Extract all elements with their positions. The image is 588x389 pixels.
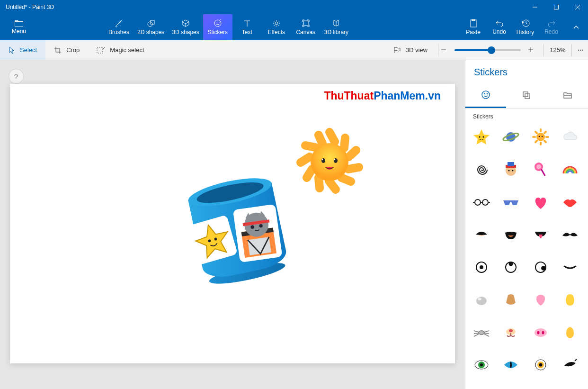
sticker-heart[interactable] (528, 190, 553, 215)
sticker-planet[interactable] (499, 125, 523, 149)
svg-point-48 (480, 266, 483, 269)
zoom-slider[interactable] (454, 49, 521, 51)
tab-3d-shapes[interactable]: 3D shapes (168, 14, 203, 40)
tab-effects[interactable]: Effects (262, 14, 291, 40)
sticker-snout[interactable] (499, 320, 523, 345)
svg-point-13 (334, 158, 338, 163)
select-tool[interactable]: Select (0, 40, 45, 60)
expand-panel-button[interactable] (564, 14, 588, 40)
sticker-lash[interactable] (558, 255, 582, 280)
sticker-nose-pink[interactable] (528, 288, 553, 312)
stickers-panel: Stickers Stickers (465, 60, 588, 389)
svg-point-41 (512, 170, 514, 171)
sticker-mustache[interactable] (558, 222, 582, 247)
sticker-whiskers[interactable] (469, 320, 494, 345)
blue-cylinder[interactable] (176, 164, 299, 288)
sticker-rainbow[interactable] (558, 157, 582, 182)
maximize-button[interactable] (545, 0, 567, 14)
sticker-grid (465, 122, 588, 389)
sticker-eye-green[interactable] (469, 353, 494, 377)
sticker-sun-smile[interactable] (528, 125, 553, 149)
stickers-icon (214, 19, 222, 27)
svg-point-59 (537, 331, 539, 334)
svg-rect-7 (471, 20, 476, 27)
menu-button[interactable]: Menu (0, 14, 38, 40)
svg-rect-28 (523, 92, 528, 97)
close-button[interactable] (567, 0, 588, 14)
paste-button[interactable]: Paste (460, 14, 486, 40)
svg-point-58 (535, 328, 547, 337)
svg-rect-1 (15, 21, 23, 27)
library-icon (332, 19, 340, 27)
canvas-workspace[interactable]: ? ThuThuatPhanMem.vn (0, 60, 465, 389)
panel-tab-textures[interactable] (506, 82, 547, 108)
help-button[interactable]: ? (9, 69, 24, 84)
canvas-icon (302, 19, 310, 27)
sticker-nose-round[interactable] (469, 288, 494, 312)
sticker-eye-look-up[interactable] (499, 255, 523, 280)
panel-tab-custom[interactable] (547, 82, 588, 108)
svg-point-67 (539, 363, 542, 367)
tab-canvas[interactable]: Canvas (291, 14, 321, 40)
sticker-eye-brown[interactable] (528, 353, 553, 377)
magic-select-tool[interactable]: Magic select (88, 40, 152, 60)
sticker-lollipop[interactable] (528, 157, 553, 182)
sticker-nose-bell[interactable] (558, 320, 582, 345)
shapes-3d-icon (181, 19, 190, 27)
sticker-eye-dot[interactable] (469, 255, 494, 280)
svg-point-31 (483, 136, 484, 138)
sticker-mouth-a[interactable] (469, 222, 494, 247)
sun-sticker[interactable] (294, 127, 365, 198)
magic-select-icon (97, 47, 105, 54)
svg-rect-0 (554, 5, 558, 9)
3d-view-toggle[interactable]: 3D view (385, 40, 436, 60)
zoom-out-button[interactable] (440, 46, 448, 54)
panel-tab-stickers[interactable] (465, 82, 506, 108)
sticker-cloud[interactable] (558, 125, 582, 149)
undo-button[interactable]: Undo (486, 14, 512, 40)
svg-rect-29 (525, 94, 530, 99)
redo-button[interactable]: Redo (538, 14, 564, 40)
history-button[interactable]: History (512, 14, 538, 40)
folder-open-icon (563, 91, 572, 99)
sticker-nose-dog[interactable] (499, 288, 523, 312)
svg-point-52 (542, 266, 545, 270)
texture-icon (522, 90, 531, 100)
sticker-tongue[interactable] (528, 222, 553, 247)
sticker-nose-yellow[interactable] (558, 288, 582, 312)
sticker-glasses[interactable] (469, 190, 494, 215)
zoom-in-button[interactable] (527, 46, 535, 54)
sticker-face-hat[interactable] (499, 157, 523, 182)
sticker-sunglasses[interactable] (499, 190, 523, 215)
zoom-percent[interactable]: 125% (546, 46, 570, 54)
tab-3d-library[interactable]: 3D library (321, 14, 352, 40)
crop-tool[interactable]: Crop (45, 40, 88, 60)
tab-brushes[interactable]: Brushes (104, 14, 134, 40)
sticker-star-smile[interactable] (469, 125, 494, 149)
redo-icon (547, 19, 556, 27)
canvas[interactable]: ThuThuatPhanMem.vn (10, 84, 455, 363)
tab-text[interactable]: Text (232, 14, 262, 40)
svg-point-60 (542, 331, 544, 334)
minimize-button[interactable] (524, 0, 545, 14)
brush-icon (115, 19, 123, 27)
title-bar: Untitled* - Paint 3D (0, 0, 588, 14)
more-options-button[interactable]: ⋯ (574, 46, 588, 54)
tab-2d-shapes[interactable]: 2D shapes (134, 14, 168, 40)
sticker-eye-wink[interactable] (558, 353, 582, 377)
svg-point-26 (484, 93, 485, 94)
sticker-lips[interactable] (558, 190, 582, 215)
sticker-spiral[interactable] (469, 157, 494, 182)
tab-stickers[interactable]: Stickers (203, 14, 232, 40)
sticker-pig-nose[interactable] (528, 320, 553, 345)
svg-point-5 (275, 22, 278, 25)
svg-point-36 (541, 136, 542, 137)
svg-point-35 (538, 136, 539, 137)
sticker-eye-cat[interactable] (499, 353, 523, 377)
sticker-eye-look-side[interactable] (528, 255, 553, 280)
sticker-mouth-open[interactable] (499, 222, 523, 247)
shapes-2d-icon (147, 19, 155, 27)
svg-point-40 (508, 170, 510, 171)
svg-point-25 (482, 91, 490, 99)
svg-point-11 (311, 143, 348, 181)
